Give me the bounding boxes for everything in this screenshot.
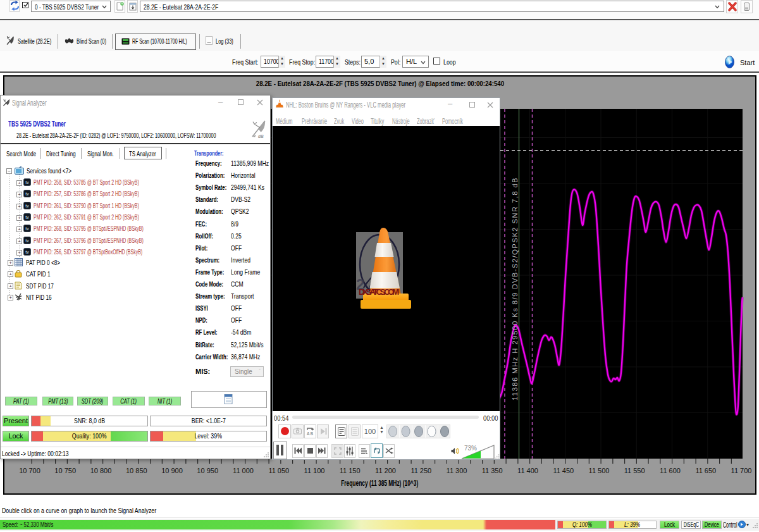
svg-text:A B: A B — [307, 431, 313, 436]
svg-text:tv: tv — [25, 192, 29, 196]
svg-text:tv: tv — [25, 250, 29, 254]
svg-text:tv: tv — [25, 226, 29, 231]
svg-text:tv: tv — [25, 204, 29, 208]
svg-text:11386 MHz H 29500 Ks 8/9 DVB-S: 11386 MHz H 29500 Ks 8/9 DVB-S2/QPSK2 SN… — [511, 177, 519, 400]
svg-text:dB: dB — [258, 134, 264, 139]
svg-text:tv: tv — [25, 180, 29, 185]
svg-text:DXSATCS.COM: DXSATCS.COM — [359, 287, 399, 297]
svg-text:tv: tv — [25, 238, 29, 243]
svg-text:tv: tv — [25, 215, 29, 220]
